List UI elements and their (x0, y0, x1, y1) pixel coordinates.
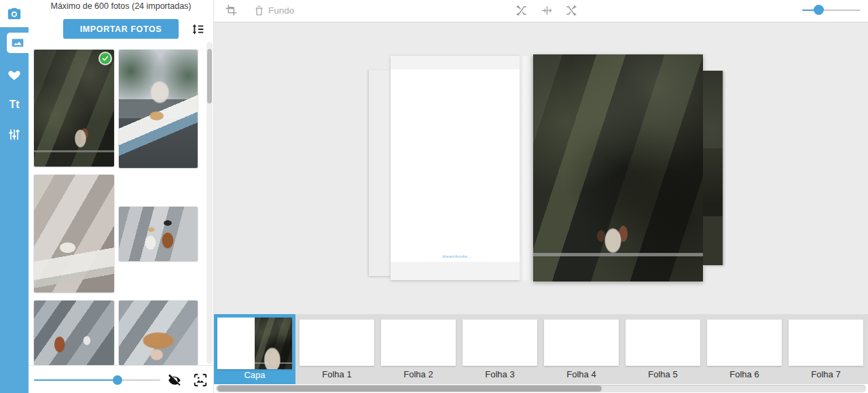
page-cell-folha-7[interactable]: Folha 7 (785, 314, 867, 384)
cover-bleed-right (703, 71, 723, 265)
pages-filmstrip: Capa Folha 1 Folha 2 Folha 3 Folha 4 Fol… (214, 314, 868, 384)
canvas-zoom-slider[interactable] (802, 5, 861, 15)
import-photos-button[interactable]: IMPORTAR FOTOS (63, 19, 179, 39)
page-cell-capa[interactable]: Capa (214, 314, 295, 384)
photo-camera-icon (7, 6, 22, 21)
page-label: Folha 2 (378, 369, 459, 379)
page-label: Folha 3 (459, 369, 541, 379)
capa-thumb-back (217, 318, 255, 369)
text-icon: Tt (9, 99, 19, 111)
page-label: Folha 1 (296, 369, 378, 379)
page-thumb-capa (217, 318, 292, 369)
page-label: Folha 5 (622, 369, 704, 379)
photo-limit-text: Máximo de 600 fotos (24 importadas) (29, 1, 213, 11)
line-spacing-icon[interactable] (190, 22, 205, 37)
library-photo-6[interactable] (119, 301, 198, 365)
workspace: Fundo dreambooks (214, 0, 868, 393)
cover-bleed-left (369, 70, 391, 276)
rail-item-photos[interactable] (7, 33, 29, 53)
page-thumb (544, 320, 619, 366)
photo-list-scrollbar (206, 42, 213, 364)
page-cell-folha-3[interactable]: Folha 3 (459, 314, 541, 384)
photobook-editor: Tt Máximo de 600 fotos (24 importadas) I… (0, 0, 868, 393)
photo-list-scrollbar-thumb[interactable] (207, 49, 212, 103)
filmstrip-scrollbar (216, 385, 866, 392)
check-badge-icon (100, 53, 111, 64)
capa-thumb-photo (255, 318, 292, 369)
page-thumb (463, 320, 537, 366)
rail-item-favorites[interactable] (0, 64, 29, 87)
book-canvas[interactable]: dreambooks (214, 22, 868, 314)
camera-button[interactable] (0, 0, 29, 27)
heart-icon (7, 69, 21, 82)
swap-horizontal-icon[interactable] (541, 4, 554, 17)
eye-off-icon[interactable] (167, 373, 182, 388)
library-photo-1[interactable] (34, 50, 114, 167)
page-cell-folha-5[interactable]: Folha 5 (622, 314, 704, 384)
back-cover-page[interactable]: dreambooks (391, 56, 520, 280)
tune-icon (7, 128, 21, 141)
page-thumb (300, 320, 374, 366)
page-cell-folha-2[interactable]: Folha 2 (378, 314, 459, 384)
filmstrip-scrollbar-thumb[interactable] (217, 386, 602, 392)
background-label: Fundo (268, 5, 294, 16)
page-label: Folha 4 (541, 369, 622, 379)
delete-background-icon[interactable] (253, 4, 266, 17)
image-icon (11, 36, 24, 50)
book-spine[interactable] (520, 56, 533, 280)
rail-item-text[interactable]: Tt (0, 93, 29, 116)
rail-item-settings[interactable] (0, 123, 29, 146)
page-label: Folha 7 (785, 369, 867, 379)
page-thumb (707, 320, 782, 366)
thumbnail-size-slider[interactable] (34, 375, 160, 385)
page-thumb (626, 320, 700, 366)
bleed-margin-top (391, 56, 520, 69)
shuffle-left-icon[interactable] (516, 4, 528, 17)
photo-library-panel: Máximo de 600 fotos (24 importadas) IMPO… (29, 0, 214, 393)
image-placeholder-icon[interactable] (193, 373, 208, 388)
left-rail: Tt (0, 0, 29, 393)
shuffle-icon[interactable] (564, 4, 577, 17)
brand-text: dreambooks (391, 254, 520, 258)
page-thumb (789, 320, 863, 366)
library-photo-2[interactable] (119, 50, 198, 168)
bleed-margin-bottom (391, 262, 520, 280)
library-photo-3[interactable] (34, 175, 114, 292)
page-label: Capa (214, 370, 295, 380)
page-cell-folha-6[interactable]: Folha 6 (704, 314, 785, 384)
crop-icon[interactable] (224, 4, 237, 17)
page-thumb (381, 320, 456, 366)
page-cell-folha-1[interactable]: Folha 1 (296, 314, 378, 384)
library-photo-4[interactable] (119, 207, 198, 261)
page-cell-folha-4[interactable]: Folha 4 (541, 314, 622, 384)
library-photo-5[interactable] (34, 301, 114, 365)
page-label: Folha 6 (704, 369, 785, 379)
tool-rail: Tt (0, 27, 29, 393)
front-cover-photo[interactable] (533, 54, 703, 281)
spread-toolbar: Fundo (214, 0, 868, 22)
photo-panel-footer (29, 365, 213, 393)
